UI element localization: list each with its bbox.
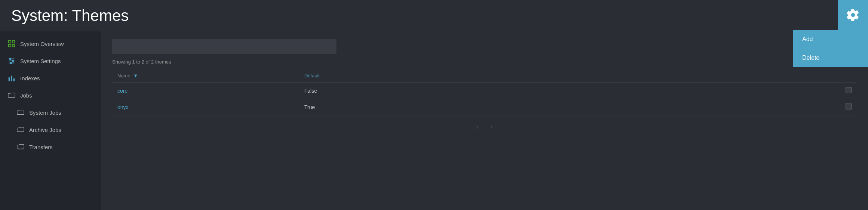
pagination: ‹ › (112, 115, 857, 138)
title-main: Themes (72, 7, 129, 24)
header: System: Themes Add Delete (0, 0, 868, 31)
bar-chart-icon (7, 74, 16, 82)
themes-table: Name ▼ Default core False (112, 69, 857, 115)
svg-point-8 (12, 60, 14, 62)
add-button[interactable]: Add (793, 30, 868, 49)
sidebar-item-label: Jobs (20, 92, 32, 99)
sort-arrow-icon: ▼ (133, 73, 138, 78)
name-cell[interactable]: core (112, 83, 299, 99)
column-header-checkbox (827, 69, 857, 83)
gear-button[interactable] (838, 0, 868, 30)
sidebar-item-label: System Jobs (29, 109, 61, 116)
row-checkbox[interactable] (846, 87, 852, 93)
column-header-default[interactable]: Default (299, 69, 827, 83)
svg-rect-0 (9, 41, 11, 43)
svg-rect-10 (9, 77, 10, 81)
delete-button[interactable]: Delete (793, 49, 868, 67)
svg-point-7 (10, 58, 11, 60)
next-page-button[interactable]: › (487, 121, 496, 132)
page-title: System: Themes (11, 7, 129, 25)
showing-text: Showing 1 to 2 of 2 themes (112, 59, 857, 65)
title-prefix: System: (11, 7, 72, 24)
sidebar-item-label: System Settings (20, 58, 61, 64)
table-row: core False (112, 83, 857, 99)
sidebar: System Overview System Settings Indexes … (0, 31, 101, 210)
name-cell[interactable]: onyx (112, 99, 299, 115)
default-cell: False (299, 83, 827, 99)
sidebar-item-archive-jobs[interactable]: Archive Jobs (0, 121, 101, 138)
sidebar-item-label: Transfers (29, 144, 53, 150)
sliders-icon (7, 57, 16, 65)
sidebar-item-jobs[interactable]: Jobs (0, 87, 101, 104)
folder-icon (16, 143, 25, 151)
sidebar-item-indexes[interactable]: Indexes (0, 70, 101, 87)
svg-rect-11 (11, 76, 12, 81)
grid-icon (7, 40, 16, 48)
search-input[interactable] (112, 39, 336, 54)
sidebar-item-transfers[interactable]: Transfers (0, 138, 101, 155)
checkbox-cell[interactable] (827, 99, 857, 115)
sidebar-item-label: Archive Jobs (29, 127, 61, 133)
svg-rect-1 (12, 41, 15, 43)
main-layout: System Overview System Settings Indexes … (0, 31, 868, 210)
sidebar-item-system-overview[interactable]: System Overview (0, 35, 101, 52)
prev-page-button[interactable]: ‹ (473, 121, 481, 132)
svg-rect-2 (9, 44, 11, 47)
default-cell: True (299, 99, 827, 115)
checkbox-cell[interactable] (827, 83, 857, 99)
content-area: Showing 1 to 2 of 2 themes Name ▼ Defaul… (101, 31, 868, 210)
sidebar-item-label: System Overview (20, 41, 64, 47)
sidebar-item-label: Indexes (20, 75, 40, 81)
gear-icon (846, 8, 860, 22)
table-row: onyx True (112, 99, 857, 115)
svg-rect-3 (12, 44, 15, 47)
svg-rect-12 (13, 78, 15, 81)
svg-point-9 (10, 62, 12, 64)
dropdown-menu: Add Delete (793, 30, 868, 67)
folder-icon (7, 91, 16, 99)
folder-icon (16, 108, 25, 117)
sidebar-item-system-settings[interactable]: System Settings (0, 52, 101, 70)
column-header-name[interactable]: Name ▼ (112, 69, 299, 83)
row-checkbox[interactable] (846, 104, 852, 109)
sidebar-item-system-jobs[interactable]: System Jobs (0, 104, 101, 121)
folder-icon (16, 126, 25, 134)
